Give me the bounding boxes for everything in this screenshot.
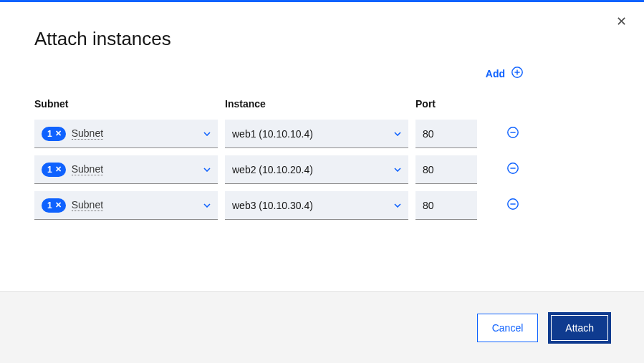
header-spacer [484, 98, 542, 110]
chip-count: 1 [47, 200, 52, 210]
subnet-placeholder: Subnet [72, 128, 103, 140]
chip-count: 1 [47, 165, 52, 175]
chevron-down-icon [203, 132, 211, 136]
subnet-select[interactable]: 1 ✕ Subnet [34, 120, 218, 148]
attach-instances-modal: ✕ Attach instances Add Subnet Instance P… [0, 2, 644, 363]
add-button-label: Add [486, 68, 505, 79]
subnet-select[interactable]: 1 ✕ Subnet [34, 191, 218, 220]
instance-value: web1 (10.10.10.4) [232, 128, 313, 140]
modal-footer: Cancel Attach [0, 291, 644, 363]
minus-circle-icon [506, 162, 519, 178]
chevron-down-icon [203, 203, 211, 208]
header-subnet: Subnet [34, 98, 218, 110]
subnet-chip[interactable]: 1 ✕ [42, 198, 66, 213]
modal-title: Attach instances [34, 28, 610, 50]
cancel-button[interactable]: Cancel [477, 314, 539, 342]
instance-value: web2 (10.10.20.4) [232, 164, 313, 175]
attach-button[interactable]: Attach [549, 314, 610, 342]
chip-remove-icon[interactable]: ✕ [55, 165, 62, 174]
port-field[interactable] [415, 155, 477, 184]
chevron-down-icon [203, 168, 211, 172]
remove-row-button[interactable] [484, 155, 542, 184]
table-row: 1 ✕ Subnet web3 (10.10.30.4) [34, 191, 610, 220]
header-instance: Instance [225, 98, 408, 110]
subnet-chip[interactable]: 1 ✕ [42, 163, 66, 177]
minus-circle-icon [506, 198, 519, 213]
subnet-placeholder: Subnet [72, 164, 103, 175]
add-button[interactable]: Add [486, 66, 524, 81]
chip-remove-icon[interactable]: ✕ [55, 129, 62, 138]
add-row-container: Add [34, 66, 610, 81]
instance-select[interactable]: web1 (10.10.10.4) [225, 120, 408, 148]
port-field[interactable] [415, 191, 477, 220]
chip-remove-icon[interactable]: ✕ [55, 200, 62, 210]
chip-count: 1 [47, 129, 52, 139]
chevron-down-icon [394, 203, 401, 208]
instance-value: web3 (10.10.30.4) [232, 200, 313, 211]
port-input[interactable] [423, 191, 470, 219]
table-row: 1 ✕ Subnet web1 (10.10.10.4) [34, 120, 610, 148]
subnet-select[interactable]: 1 ✕ Subnet [34, 155, 218, 184]
port-field[interactable] [415, 120, 477, 148]
table-row: 1 ✕ Subnet web2 (10.10.20.4) [34, 155, 610, 184]
port-input[interactable] [423, 120, 470, 147]
port-input[interactable] [423, 155, 470, 183]
subnet-placeholder: Subnet [72, 200, 103, 211]
chevron-down-icon [394, 132, 401, 136]
remove-row-button[interactable] [484, 191, 542, 220]
minus-circle-icon [506, 126, 519, 142]
modal-content: Attach instances Add Subnet Instance Por… [0, 2, 644, 291]
header-port: Port [415, 98, 477, 110]
close-icon[interactable]: ✕ [616, 15, 627, 28]
remove-row-button[interactable] [484, 120, 542, 148]
add-circle-icon [511, 66, 524, 81]
subnet-chip[interactable]: 1 ✕ [42, 127, 66, 141]
instance-select[interactable]: web2 (10.10.20.4) [225, 155, 408, 184]
instance-select[interactable]: web3 (10.10.30.4) [225, 191, 408, 220]
chevron-down-icon [394, 168, 401, 172]
column-headers: Subnet Instance Port [34, 98, 610, 110]
